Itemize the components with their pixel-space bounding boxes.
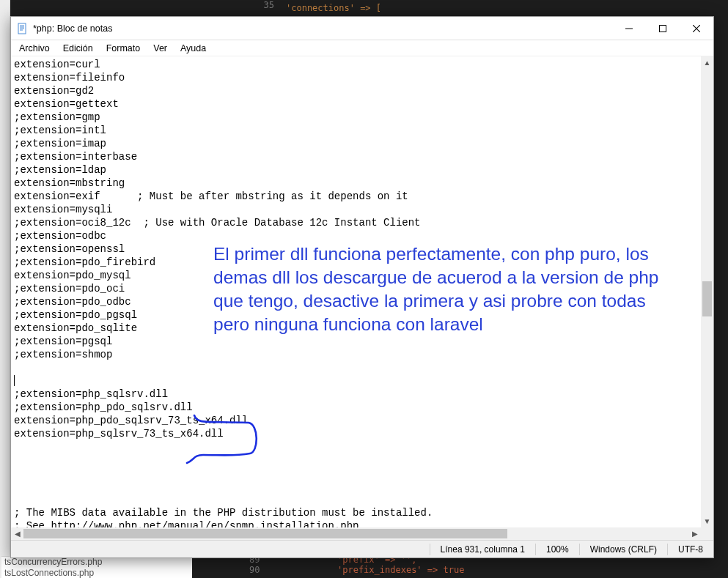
editor-line[interactable]: extension=fileinfo <box>14 71 698 84</box>
editor-line[interactable]: ;extension=odbc <box>14 229 698 242</box>
bg-line-number: 35 <box>249 0 279 18</box>
maximize-button[interactable] <box>646 17 680 40</box>
window-title: *php: Bloc de notas <box>33 23 112 34</box>
menu-view[interactable]: Ver <box>147 42 174 55</box>
editor-line[interactable] <box>14 374 698 388</box>
editor-line[interactable]: extension=mbstring <box>14 177 698 190</box>
editor-line[interactable]: ;extension=pdo_pgsql <box>14 308 698 322</box>
file-item: tsLostConnections.php <box>4 568 189 578</box>
text-editor[interactable]: extension=curlextension=fileinfoextensio… <box>11 56 701 527</box>
left-panel-strip <box>0 0 10 578</box>
svg-rect-6 <box>660 25 666 32</box>
scroll-right-icon[interactable]: ▶ <box>688 527 701 540</box>
editor-line[interactable]: ; The MIBS data available in the PHP dis… <box>14 506 698 519</box>
menu-format[interactable]: Formato <box>100 42 147 55</box>
scroll-down-icon[interactable]: ▼ <box>701 515 713 527</box>
text-cursor <box>14 375 15 386</box>
file-item: tsConcurrencyErrors.php <box>4 557 189 568</box>
vertical-scrollbar[interactable]: ▲ ▼ <box>701 56 713 527</box>
scroll-corner <box>701 527 713 540</box>
scroll-up-icon[interactable]: ▲ <box>701 56 713 69</box>
editor-line[interactable]: extension=exif ; Must be after mbstring … <box>14 190 698 203</box>
editor-line[interactable] <box>14 361 698 374</box>
statusbar: Línea 931, columna 1 100% Windows (CRLF)… <box>11 540 713 557</box>
editor-line[interactable]: ;extension=gmp <box>14 111 698 124</box>
editor-line[interactable]: extension=mysqli <box>14 203 698 216</box>
editor-line[interactable]: ;extension=interbase <box>14 150 698 163</box>
menu-edit[interactable]: Edición <box>56 42 100 55</box>
status-encoding: UTF-8 <box>668 544 713 555</box>
editor-line[interactable] <box>14 493 698 506</box>
editor-line[interactable]: extension=php_sqlsrv_73_ts_x64.dll <box>14 427 698 440</box>
scroll-track[interactable] <box>23 527 688 540</box>
close-button[interactable] <box>680 17 713 40</box>
editor-line[interactable]: ;extension=pdo_firebird <box>14 256 698 269</box>
editor-line[interactable]: ;extension=openssl <box>14 242 698 256</box>
titlebar[interactable]: *php: Bloc de notas <box>11 17 713 40</box>
status-position: Línea 931, columna 1 <box>430 544 535 555</box>
bg-line-number: 90 <box>249 565 260 575</box>
editor-line[interactable]: ;extension=intl <box>14 124 698 137</box>
editor-line[interactable]: ;extension=imap <box>14 137 698 150</box>
editor-line[interactable]: ;extension=pgsql <box>14 335 698 348</box>
editor-line[interactable]: extension=pdo_sqlite <box>14 322 698 335</box>
scroll-left-icon[interactable]: ◀ <box>11 527 23 540</box>
editor-line[interactable]: ;extension=pdo_odbc <box>14 295 698 308</box>
editor-line[interactable]: extension=gettext <box>14 97 698 111</box>
notepad-app-icon <box>17 23 29 34</box>
scroll-track[interactable] <box>701 69 713 515</box>
editor-line[interactable]: extension=php_pdo_sqlsrv_73_ts_x64.dll <box>14 414 698 427</box>
editor-line[interactable]: ;extension=shmop <box>14 348 698 361</box>
horizontal-scrollbar[interactable]: ◀ ▶ <box>11 527 701 540</box>
editor-line[interactable]: extension=curl <box>14 58 698 71</box>
editor-line[interactable] <box>14 467 698 480</box>
status-zoom: 100% <box>536 544 579 555</box>
editor-line[interactable]: ;extension=pdo_oci <box>14 282 698 295</box>
bg-code-line: 'connections' => [ <box>286 3 381 13</box>
left-panel-files: tsConcurrencyErrors.php tsLostConnection… <box>1 556 192 578</box>
menubar: Archivo Edición Formato Ver Ayuda <box>11 40 713 56</box>
editor-line[interactable]: ;extension=php_pdo_sqlsrv.dll <box>14 401 698 414</box>
editor-line[interactable] <box>14 440 698 453</box>
notepad-window: *php: Bloc de notas Archivo Edición Form… <box>10 16 714 558</box>
editor-line[interactable]: extension=pdo_mysql <box>14 269 698 282</box>
editor-line[interactable] <box>14 453 698 467</box>
status-eol: Windows (CRLF) <box>580 544 667 555</box>
editor-line[interactable]: ;extension=ldap <box>14 163 698 177</box>
editor-line[interactable]: ; See http://www.php.net/manual/en/snmp.… <box>14 519 698 527</box>
scroll-thumb[interactable] <box>702 281 712 316</box>
menu-help[interactable]: Ayuda <box>174 42 213 55</box>
editor-line[interactable]: extension=gd2 <box>14 84 698 97</box>
minimize-button[interactable] <box>612 17 646 40</box>
editor-area: extension=curlextension=fileinfoextensio… <box>11 56 713 540</box>
bg-code-snippet: 'prefix_indexes' => true <box>337 565 464 575</box>
editor-line[interactable]: ;extension=oci8_12c ; Use with Oracle Da… <box>14 216 698 229</box>
editor-line[interactable] <box>14 480 698 493</box>
editor-line[interactable]: ;extension=php_sqlsrv.dll <box>14 388 698 401</box>
scroll-thumb[interactable] <box>23 529 507 538</box>
menu-file[interactable]: Archivo <box>12 42 56 55</box>
